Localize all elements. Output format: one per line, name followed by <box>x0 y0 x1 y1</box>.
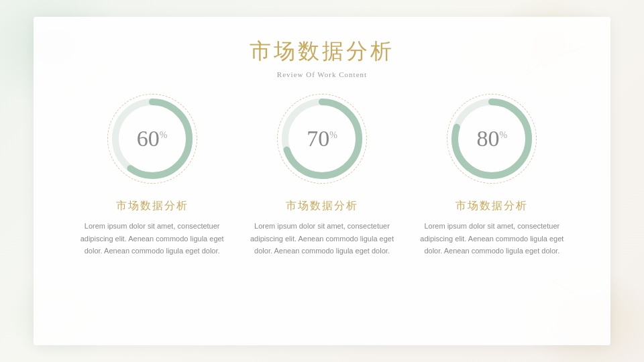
donut-wrapper-2: 70% <box>275 92 369 186</box>
donut-number-1: 60% <box>137 126 168 151</box>
card-title-2: 市场数据分析 <box>286 199 358 213</box>
slide-container: 市场数据分析 Review Of Work Content 60% 市场数据分析… <box>34 17 610 345</box>
donut-number-3: 80% <box>476 126 507 151</box>
donut-wrapper-1: 60% <box>105 92 199 186</box>
donut-center-1: 60% <box>137 127 168 150</box>
card-1: 60% 市场数据分析 Lorem ipsum dolor sit amet, c… <box>72 92 233 257</box>
card-3: 80% 市场数据分析 Lorem ipsum dolor sit amet, c… <box>411 92 572 257</box>
card-title-3: 市场数据分析 <box>455 199 528 213</box>
donut-center-2: 70% <box>307 127 337 150</box>
donut-wrapper-3: 80% <box>445 92 539 186</box>
donut-percent-2: % <box>329 130 337 140</box>
donut-percent-3: % <box>499 130 507 140</box>
cards-row: 60% 市场数据分析 Lorem ipsum dolor sit amet, c… <box>67 92 577 257</box>
card-text-1: Lorem ipsum dolor sit amet, consectetuer… <box>72 220 233 257</box>
card-text-3: Lorem ipsum dolor sit amet, consectetuer… <box>411 220 572 257</box>
card-text-2: Lorem ipsum dolor sit amet, consectetuer… <box>241 220 402 257</box>
donut-number-2: 70% <box>307 126 337 151</box>
donut-percent-1: % <box>160 130 168 140</box>
donut-center-3: 80% <box>476 127 507 150</box>
page-title: 市场数据分析 <box>67 37 577 66</box>
slide-header: 市场数据分析 Review Of Work Content <box>67 37 577 78</box>
card-title-1: 市场数据分析 <box>116 199 189 213</box>
card-2: 70% 市场数据分析 Lorem ipsum dolor sit amet, c… <box>241 92 402 257</box>
page-subtitle: Review Of Work Content <box>67 70 577 78</box>
